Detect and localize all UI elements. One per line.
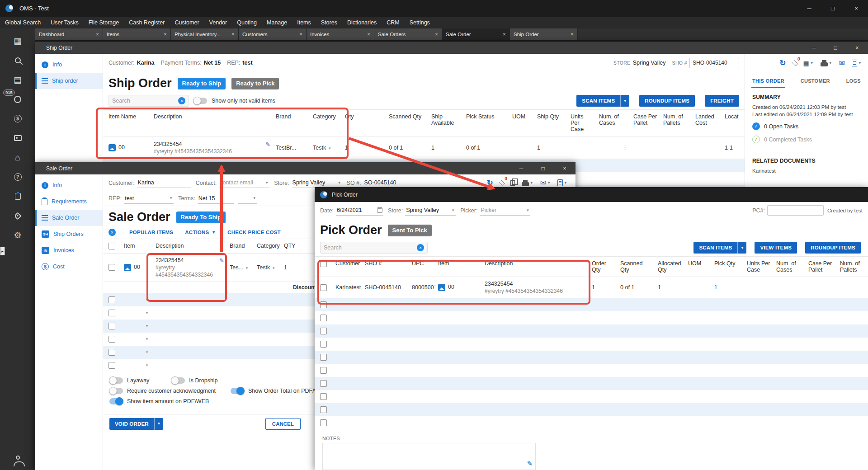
close-icon[interactable]: × <box>164 31 167 38</box>
column-header[interactable]: Item <box>121 239 153 254</box>
tab-dashboard[interactable]: Dashboard× <box>35 28 103 40</box>
column-header[interactable]: Scanned Qty <box>618 257 655 277</box>
checkbox[interactable] <box>108 296 115 303</box>
checkbox[interactable] <box>320 301 327 308</box>
checkbox[interactable] <box>320 328 327 334</box>
maximize-icon[interactable]: □ <box>532 162 554 174</box>
freight-button[interactable]: FREIGHT <box>705 95 739 107</box>
minimize-icon[interactable]: ─ <box>797 0 821 17</box>
close-icon[interactable]: × <box>435 31 438 38</box>
column-header[interactable]: Customer <box>333 257 362 277</box>
terms-extra-dropdown[interactable]: ▼ <box>238 193 257 204</box>
column-header[interactable]: Category <box>310 110 342 136</box>
column-header[interactable]: QTY <box>281 239 304 254</box>
chevron-down-icon[interactable]: ▼ <box>145 337 149 341</box>
popular-items-button[interactable]: POPULAR ITEMS <box>129 230 173 235</box>
checkbox[interactable] <box>320 393 327 400</box>
close-icon[interactable]: × <box>96 31 99 38</box>
checkbox[interactable] <box>320 284 327 291</box>
search-icon[interactable] <box>0 51 35 70</box>
layaway-toggle[interactable] <box>109 377 123 384</box>
dashboard-icon[interactable]: ▦ <box>0 31 35 51</box>
chevron-down-icon[interactable]: ▼ <box>338 181 341 185</box>
menu-quoting[interactable]: Quoting <box>232 17 262 28</box>
column-header[interactable]: Ship Qty <box>534 110 568 136</box>
column-header[interactable]: Ship Available <box>429 110 463 136</box>
column-header[interactable]: UPC <box>409 257 435 277</box>
tab-logs[interactable]: LOGS <box>845 74 862 88</box>
checkbox[interactable] <box>320 380 327 387</box>
menu-items[interactable]: Items <box>292 17 316 28</box>
print-icon[interactable]: ▼ <box>821 60 832 66</box>
column-header[interactable]: Locat <box>722 110 745 136</box>
chevron-down-icon[interactable]: ▼ <box>272 266 275 270</box>
nav-sale-order[interactable]: Sale Order <box>35 210 103 226</box>
column-header[interactable]: UOM <box>685 257 712 277</box>
terms-field[interactable]: Net 15 <box>198 193 234 204</box>
column-header[interactable]: Item Name <box>103 110 151 136</box>
nav-requirements[interactable]: Requirements <box>35 193 103 210</box>
completed-tasks-row[interactable]: ✓0 Completed Tasks <box>752 136 861 143</box>
column-header[interactable]: SHO # <box>362 257 409 277</box>
sho-number-field[interactable]: SHO-0045140 <box>689 58 739 68</box>
empty-item-row[interactable] <box>315 324 868 338</box>
empty-item-row[interactable] <box>315 364 868 377</box>
customer-field[interactable]: Karina <box>137 178 191 188</box>
column-header[interactable]: Pick Status <box>463 110 509 136</box>
close-icon[interactable]: × <box>503 31 506 38</box>
sho-link-cell[interactable]: SHO-0045140 <box>362 277 409 298</box>
close-icon[interactable]: × <box>367 31 370 38</box>
clear-search-icon[interactable]: × <box>108 229 116 236</box>
close-icon[interactable]: × <box>554 162 576 174</box>
menu-manage[interactable]: Manage <box>262 17 292 28</box>
menu-dictionaries[interactable]: Dictionaries <box>342 17 382 28</box>
checkbox[interactable] <box>108 362 115 369</box>
maximize-icon[interactable]: □ <box>825 42 846 54</box>
cancel-button[interactable]: CANCEL <box>265 418 301 430</box>
column-header[interactable]: Description <box>151 110 273 136</box>
open-tasks-row[interactable]: ✓0 Open Tasks <box>752 122 861 130</box>
tab-sale-order[interactable]: Sale Order× <box>442 28 510 40</box>
empty-item-row[interactable] <box>315 298 868 311</box>
contacts-icon[interactable] <box>0 128 35 148</box>
chevron-down-icon[interactable]: ▼ <box>265 181 269 185</box>
menu-file-storage[interactable]: File Storage <box>84 17 124 28</box>
column-header[interactable]: Allocated Qty <box>655 257 685 277</box>
settings-gear-icon[interactable]: ⚙ <box>0 226 35 245</box>
attachments-icon[interactable]: 0 <box>500 180 504 186</box>
user-icon[interactable] <box>0 448 35 467</box>
column-header[interactable]: Description <box>482 257 589 277</box>
column-header[interactable]: Brand <box>273 110 310 136</box>
not-valid-items-toggle[interactable] <box>193 98 207 104</box>
column-header[interactable]: Order Qty <box>589 257 618 277</box>
tab-invoices[interactable]: Invoices× <box>307 28 374 40</box>
search-input[interactable]: Search × <box>108 95 189 107</box>
clipboard-icon[interactable] <box>0 187 35 206</box>
menu-user-tasks[interactable]: User Tasks <box>46 17 84 28</box>
rep-field[interactable]: test▼ <box>124 193 174 204</box>
show-item-amount-toggle[interactable] <box>109 398 123 404</box>
mail-icon[interactable]: ✉ <box>839 59 845 67</box>
chevron-down-icon[interactable]: ▼ <box>620 95 629 107</box>
column-header[interactable]: Qty <box>342 110 386 136</box>
nav-info[interactable]: Info <box>35 56 103 73</box>
checkbox[interactable] <box>108 264 115 271</box>
print-icon[interactable]: ▼ <box>522 180 533 186</box>
ship-qty-cell[interactable]: 1 <box>534 136 568 159</box>
grid-view-icon[interactable]: ▦▼ <box>803 60 814 67</box>
tab-customers[interactable]: Customers× <box>239 28 307 40</box>
checkbox[interactable] <box>320 419 327 426</box>
column-header[interactable]: Units Per Case <box>568 110 596 136</box>
tab-customer[interactable]: CUSTOMER <box>800 74 831 88</box>
related-document-item[interactable]: Karinatest <box>752 168 861 174</box>
clear-search-icon[interactable]: × <box>178 97 185 104</box>
menu-stores[interactable]: Stores <box>316 17 342 28</box>
notes-textarea[interactable]: ✎ <box>322 443 536 470</box>
minimize-icon[interactable]: ─ <box>803 42 825 54</box>
column-header[interactable]: Brand <box>227 239 254 254</box>
edit-pencil-icon[interactable]: ✎ <box>527 460 533 468</box>
category-cell[interactable]: Testk▼ <box>310 136 342 159</box>
column-header[interactable]: Units Per Case <box>744 257 774 277</box>
brand-cell[interactable]: Tes...▼ <box>227 254 254 282</box>
close-icon[interactable]: × <box>299 31 302 38</box>
